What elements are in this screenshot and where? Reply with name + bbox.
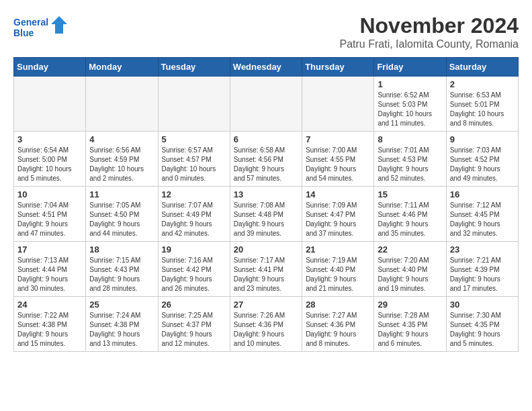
calendar-cell: 21Sunrise: 7:19 AMSunset: 4:40 PMDayligh… bbox=[302, 242, 374, 297]
day-info: Sunrise: 7:15 AMSunset: 4:43 PMDaylight:… bbox=[89, 256, 154, 293]
title-section: November 2024 Patru Frati, Ialomita Coun… bbox=[340, 13, 519, 50]
day-info: Sunrise: 7:27 AMSunset: 4:36 PMDaylight:… bbox=[306, 311, 370, 349]
calendar-cell: 8Sunrise: 7:01 AMSunset: 4:53 PMDaylight… bbox=[374, 132, 446, 187]
day-number: 12 bbox=[162, 189, 226, 199]
day-number: 17 bbox=[17, 244, 82, 255]
day-number: 4 bbox=[89, 134, 154, 144]
calendar-cell: 16Sunrise: 7:12 AMSunset: 4:45 PMDayligh… bbox=[446, 187, 518, 242]
calendar-table: SundayMondayTuesdayWednesdayThursdayFrid… bbox=[13, 57, 519, 352]
day-number: 8 bbox=[378, 134, 442, 144]
day-number: 25 bbox=[89, 300, 154, 310]
calendar-cell: 27Sunrise: 7:26 AMSunset: 4:36 PMDayligh… bbox=[230, 297, 302, 352]
day-info: Sunrise: 7:09 AMSunset: 4:47 PMDaylight:… bbox=[306, 201, 370, 238]
day-number: 30 bbox=[450, 300, 515, 310]
svg-text:General: General bbox=[13, 17, 48, 28]
day-info: Sunrise: 7:11 AMSunset: 4:46 PMDaylight:… bbox=[378, 201, 442, 238]
calendar-cell: 3Sunrise: 6:54 AMSunset: 5:00 PMDaylight… bbox=[14, 132, 86, 187]
calendar-cell: 12Sunrise: 7:07 AMSunset: 4:49 PMDayligh… bbox=[158, 187, 230, 242]
calendar-cell bbox=[302, 77, 374, 132]
calendar-cell: 5Sunrise: 6:57 AMSunset: 4:57 PMDaylight… bbox=[158, 132, 230, 187]
day-info: Sunrise: 6:52 AMSunset: 5:03 PMDaylight:… bbox=[378, 91, 442, 128]
day-info: Sunrise: 7:22 AMSunset: 4:38 PMDaylight:… bbox=[17, 311, 82, 349]
day-info: Sunrise: 7:26 AMSunset: 4:36 PMDaylight:… bbox=[234, 311, 298, 349]
day-info: Sunrise: 7:16 AMSunset: 4:42 PMDaylight:… bbox=[162, 256, 226, 293]
calendar-cell: 14Sunrise: 7:09 AMSunset: 4:47 PMDayligh… bbox=[302, 187, 374, 242]
calendar-cell: 17Sunrise: 7:13 AMSunset: 4:44 PMDayligh… bbox=[14, 242, 86, 297]
day-number: 23 bbox=[450, 244, 515, 255]
calendar-cell bbox=[158, 77, 230, 132]
day-number: 18 bbox=[89, 244, 154, 255]
calendar-cell: 15Sunrise: 7:11 AMSunset: 4:46 PMDayligh… bbox=[374, 187, 446, 242]
day-info: Sunrise: 7:08 AMSunset: 4:48 PMDaylight:… bbox=[234, 201, 298, 238]
day-info: Sunrise: 6:57 AMSunset: 4:57 PMDaylight:… bbox=[162, 146, 226, 183]
weekday-header-monday: Monday bbox=[86, 58, 158, 77]
calendar-cell: 22Sunrise: 7:20 AMSunset: 4:40 PMDayligh… bbox=[374, 242, 446, 297]
day-number: 20 bbox=[234, 244, 298, 255]
calendar-cell: 25Sunrise: 7:24 AMSunset: 4:38 PMDayligh… bbox=[86, 297, 158, 352]
day-info: Sunrise: 7:21 AMSunset: 4:39 PMDaylight:… bbox=[450, 256, 515, 293]
weekday-header-sunday: Sunday bbox=[14, 58, 86, 77]
day-number: 22 bbox=[378, 244, 442, 255]
page-header: General Blue November 2024 Patru Frati, … bbox=[13, 13, 519, 50]
day-number: 15 bbox=[378, 189, 442, 199]
calendar-cell: 29Sunrise: 7:28 AMSunset: 4:35 PMDayligh… bbox=[374, 297, 446, 352]
calendar-cell: 30Sunrise: 7:30 AMSunset: 4:35 PMDayligh… bbox=[446, 297, 518, 352]
calendar-cell: 19Sunrise: 7:16 AMSunset: 4:42 PMDayligh… bbox=[158, 242, 230, 297]
day-info: Sunrise: 6:53 AMSunset: 5:01 PMDaylight:… bbox=[450, 91, 515, 128]
calendar-cell: 1Sunrise: 6:52 AMSunset: 5:03 PMDaylight… bbox=[374, 77, 446, 132]
day-number: 24 bbox=[17, 300, 82, 310]
calendar-cell: 4Sunrise: 6:56 AMSunset: 4:59 PMDaylight… bbox=[86, 132, 158, 187]
day-info: Sunrise: 6:56 AMSunset: 4:59 PMDaylight:… bbox=[89, 146, 154, 183]
weekday-header-tuesday: Tuesday bbox=[158, 58, 230, 77]
day-info: Sunrise: 7:17 AMSunset: 4:41 PMDaylight:… bbox=[234, 256, 298, 293]
day-info: Sunrise: 7:05 AMSunset: 4:50 PMDaylight:… bbox=[89, 201, 154, 238]
month-title: November 2024 bbox=[340, 13, 519, 38]
calendar-cell: 28Sunrise: 7:27 AMSunset: 4:36 PMDayligh… bbox=[302, 297, 374, 352]
calendar-cell: 26Sunrise: 7:25 AMSunset: 4:37 PMDayligh… bbox=[158, 297, 230, 352]
day-number: 6 bbox=[234, 134, 298, 144]
day-number: 7 bbox=[306, 134, 370, 144]
svg-text:Blue: Blue bbox=[13, 28, 34, 38]
day-info: Sunrise: 7:19 AMSunset: 4:40 PMDaylight:… bbox=[306, 256, 370, 293]
day-number: 11 bbox=[89, 189, 154, 199]
location: Patru Frati, Ialomita County, Romania bbox=[340, 38, 519, 50]
calendar-cell: 18Sunrise: 7:15 AMSunset: 4:43 PMDayligh… bbox=[86, 242, 158, 297]
day-info: Sunrise: 7:00 AMSunset: 4:55 PMDaylight:… bbox=[306, 146, 370, 183]
day-number: 13 bbox=[234, 189, 298, 199]
day-number: 21 bbox=[306, 244, 370, 255]
day-number: 10 bbox=[17, 189, 82, 199]
calendar-cell: 23Sunrise: 7:21 AMSunset: 4:39 PMDayligh… bbox=[446, 242, 518, 297]
calendar-cell: 20Sunrise: 7:17 AMSunset: 4:41 PMDayligh… bbox=[230, 242, 302, 297]
day-number: 14 bbox=[306, 189, 370, 199]
day-number: 1 bbox=[378, 79, 442, 89]
calendar-cell: 10Sunrise: 7:04 AMSunset: 4:51 PMDayligh… bbox=[14, 187, 86, 242]
calendar-cell: 11Sunrise: 7:05 AMSunset: 4:50 PMDayligh… bbox=[86, 187, 158, 242]
day-info: Sunrise: 6:54 AMSunset: 5:00 PMDaylight:… bbox=[17, 146, 82, 183]
calendar-cell bbox=[86, 77, 158, 132]
day-number: 5 bbox=[162, 134, 226, 144]
weekday-header-friday: Friday bbox=[374, 58, 446, 77]
day-info: Sunrise: 7:01 AMSunset: 4:53 PMDaylight:… bbox=[378, 146, 442, 183]
day-number: 19 bbox=[162, 244, 226, 255]
day-number: 3 bbox=[17, 134, 82, 144]
day-number: 2 bbox=[450, 79, 515, 89]
day-info: Sunrise: 7:04 AMSunset: 4:51 PMDaylight:… bbox=[17, 201, 82, 238]
day-number: 26 bbox=[162, 300, 226, 310]
day-number: 9 bbox=[450, 134, 515, 144]
calendar-cell bbox=[230, 77, 302, 132]
day-info: Sunrise: 7:30 AMSunset: 4:35 PMDaylight:… bbox=[450, 311, 515, 349]
day-info: Sunrise: 7:28 AMSunset: 4:35 PMDaylight:… bbox=[378, 311, 442, 349]
weekday-header-wednesday: Wednesday bbox=[230, 58, 302, 77]
calendar-cell bbox=[14, 77, 86, 132]
day-number: 16 bbox=[450, 189, 515, 199]
day-info: Sunrise: 7:03 AMSunset: 4:52 PMDaylight:… bbox=[450, 146, 515, 183]
day-info: Sunrise: 6:58 AMSunset: 4:56 PMDaylight:… bbox=[234, 146, 298, 183]
day-info: Sunrise: 7:25 AMSunset: 4:37 PMDaylight:… bbox=[162, 311, 226, 349]
logo-icon: General Blue bbox=[13, 13, 67, 44]
day-info: Sunrise: 7:07 AMSunset: 4:49 PMDaylight:… bbox=[162, 201, 226, 238]
day-number: 28 bbox=[306, 300, 370, 310]
calendar-cell: 9Sunrise: 7:03 AMSunset: 4:52 PMDaylight… bbox=[446, 132, 518, 187]
calendar-cell: 24Sunrise: 7:22 AMSunset: 4:38 PMDayligh… bbox=[14, 297, 86, 352]
day-number: 27 bbox=[234, 300, 298, 310]
calendar-cell: 2Sunrise: 6:53 AMSunset: 5:01 PMDaylight… bbox=[446, 77, 518, 132]
